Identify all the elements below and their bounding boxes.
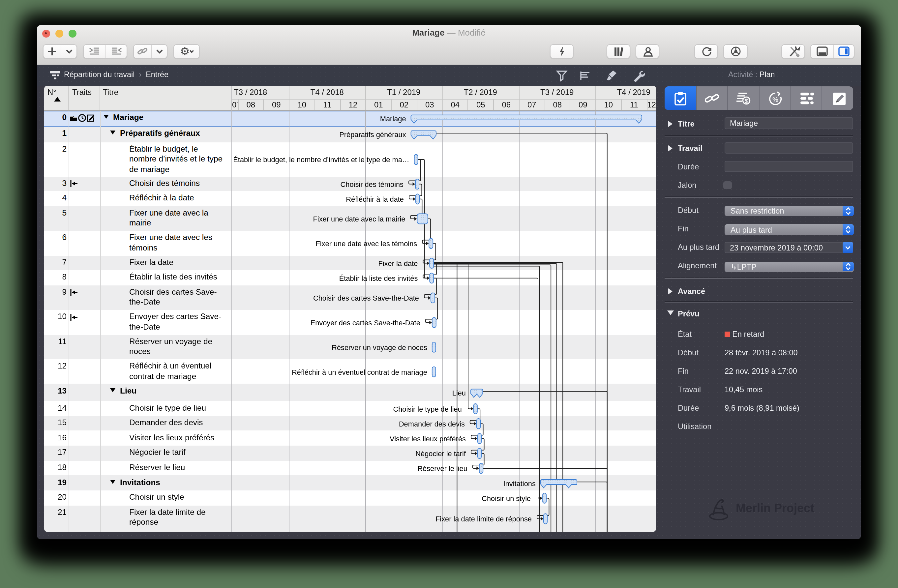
svg-text:Réfléchir à un éventuel contra: Réfléchir à un éventuel contrat de maria…: [292, 368, 427, 376]
svg-text:Choisir le type de lieu: Choisir le type de lieu: [393, 405, 461, 413]
svg-text:Fixer une date avec les témoin: Fixer une date avec les témoins: [315, 239, 417, 247]
svg-text:Établir la liste des invités: Établir la liste des invités: [339, 274, 418, 282]
svg-text:Envoyer des cartes Save-the-Da: Envoyer des cartes Save-the-Date: [311, 318, 420, 327]
svg-text:⚙: ⚙: [180, 45, 189, 57]
svg-text:Fixer la date: Fixer la date: [378, 259, 418, 267]
svg-text:Négocier le tarif: Négocier le tarif: [415, 449, 466, 458]
svg-text:%: %: [772, 95, 778, 103]
svg-text:Réserver un voyage de noces: Réserver un voyage de noces: [332, 343, 427, 352]
svg-text:Choisir un style: Choisir un style: [481, 494, 531, 502]
svg-text:Demander des devis: Demander des devis: [399, 419, 465, 428]
svg-text:Fixer la date limite de répons: Fixer la date limite de réponse: [435, 514, 532, 523]
svg-text:Établir le budget, le nombre d: Établir le budget, le nombre d’invités e…: [233, 155, 409, 163]
svg-text:Préparatifs généraux: Préparatifs généraux: [339, 130, 406, 138]
svg-text:Invitations: Invitations: [503, 479, 536, 487]
svg-text:Réfléchir à la date: Réfléchir à la date: [346, 195, 404, 203]
svg-text:Fixer une date avec la mairie: Fixer une date avec la mairie: [313, 215, 406, 223]
svg-text:Lieu: Lieu: [452, 388, 466, 397]
svg-text:Visiter les lieux préférés: Visiter les lieux préférés: [390, 434, 466, 443]
svg-text:Réserver le lieu: Réserver le lieu: [417, 464, 467, 472]
svg-text:Mariage: Mariage: [380, 114, 406, 123]
svg-text:Choisir des témoins: Choisir des témoins: [341, 180, 404, 188]
svg-text:Choisir des cartes Save-the-Da: Choisir des cartes Save-the-Date: [313, 294, 419, 302]
svg-text:$: $: [745, 97, 749, 104]
